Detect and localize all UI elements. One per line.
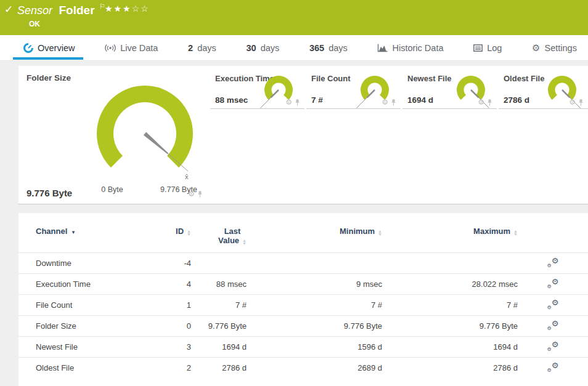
- tile-gear-icon[interactable]: ⚙: [569, 99, 576, 106]
- channel-maximum: 1694 d: [382, 337, 518, 358]
- sensor-title: Sensor Folder ⚐: [17, 2, 105, 17]
- tab-historic-data[interactable]: Historic Data: [377, 35, 443, 61]
- tile-gear-icon[interactable]: ⚙: [478, 99, 484, 106]
- channel-minimum: 2689 d: [247, 358, 382, 379]
- column-header-last-value[interactable]: LastValue▲▼: [191, 213, 247, 253]
- channel-settings-icon[interactable]: ⚙⚙: [547, 257, 559, 268]
- sort-icon: ▲▼: [242, 239, 247, 245]
- sort-desc-icon: ▾: [70, 229, 75, 235]
- channel-row: Folder Size 0 9.776 Byte 9.776 Byte 9.77…: [18, 316, 588, 337]
- tab-live-data-label: Live Data: [120, 43, 158, 53]
- area-chart-icon: [377, 44, 388, 52]
- gauge-needle: [144, 132, 169, 155]
- channel-settings-icon[interactable]: ⚙⚙: [547, 341, 559, 352]
- channel-row: Downtime -4 ⚙⚙: [18, 253, 588, 274]
- tab-2-days-label: days: [197, 43, 216, 53]
- tab-365-days[interactable]: 365 days: [309, 35, 348, 61]
- priority-stars[interactable]: ★★★☆☆: [105, 4, 150, 14]
- tile-pin-icon[interactable]: [295, 99, 300, 106]
- tab-30-days-label: days: [261, 43, 280, 53]
- channel-maximum: 2786 d: [382, 358, 518, 379]
- channel-name: Folder Size: [18, 316, 153, 337]
- channel-maximum: 9.776 Byte: [382, 316, 518, 337]
- prtg-sensor-page: ✓ Sensor Folder ⚐ ★★★☆☆ OK Overview Live…: [0, 0, 588, 386]
- gauge-value: 1694 d: [407, 95, 433, 105]
- gauge-title: Newest File: [407, 74, 452, 83]
- gauge-tile-file-count[interactable]: File Count 7 # ⚙: [306, 66, 401, 109]
- table-body: Downtime -4 ⚙⚙ Execution Time 4 88 msec …: [18, 253, 588, 379]
- tile-pin-icon[interactable]: [578, 99, 584, 106]
- channel-name: Downtime: [18, 253, 153, 274]
- tab-log-label: Log: [487, 43, 502, 53]
- channel-minimum: 7 #: [247, 295, 382, 316]
- column-header-minimum[interactable]: Minimum▲▼: [247, 213, 382, 253]
- channel-minimum: [247, 253, 382, 274]
- column-header-settings: [518, 213, 588, 253]
- channel-id: 3: [153, 337, 191, 358]
- stars-empty: ☆☆: [132, 4, 150, 14]
- gauges-panel: Folder Size x̄ 0 Byte 9.776 Byte 9.776 B…: [18, 66, 588, 204]
- stars-filled: ★★★: [105, 4, 132, 14]
- tile-pin-icon[interactable]: [487, 99, 492, 106]
- tab-log[interactable]: Log: [473, 35, 502, 61]
- column-header-channel[interactable]: Channel ▾: [18, 213, 153, 253]
- tab-30-days[interactable]: 30 days: [246, 35, 279, 61]
- tab-settings-label: Settings: [545, 43, 577, 53]
- gauge-tile-newest-file[interactable]: Newest File 1694 d ⚙: [402, 66, 497, 109]
- gauge-tile-oldest-file[interactable]: Oldest File 2786 d ⚙: [499, 66, 588, 109]
- channel-row: Oldest File 2 2786 d 2689 d 2786 d ⚙⚙: [18, 358, 588, 379]
- gauge-title: Oldest File: [504, 74, 544, 83]
- tile-pin-icon[interactable]: [391, 99, 396, 106]
- tab-2-days-number: 2: [188, 43, 193, 53]
- gauge-tile-execution-time[interactable]: Execution Time 88 msec ⚙: [210, 66, 304, 109]
- tab-30-days-number: 30: [246, 43, 256, 53]
- channel-settings-icon[interactable]: ⚙⚙: [547, 320, 559, 331]
- gauge-title: File Count: [311, 74, 351, 83]
- channels-table: Channel ▾ ID▲▼ LastValue▲▼ Minimum▲▼ Max…: [18, 213, 588, 378]
- sensor-type-label: Sensor: [17, 4, 52, 17]
- channel-name: Oldest File: [18, 358, 153, 379]
- tile-gear-icon[interactable]: ⚙: [188, 190, 195, 198]
- channel-row: Newest File 3 1694 d 1596 d 1694 d ⚙⚙: [18, 337, 588, 358]
- sort-icon: ▲▼: [378, 230, 382, 236]
- channel-settings-icon[interactable]: ⚙⚙: [547, 299, 559, 310]
- tab-2-days[interactable]: 2 days: [188, 35, 216, 61]
- channel-last-value: [191, 253, 247, 274]
- channel-maximum: 7 #: [382, 295, 518, 316]
- gauge-tile-folder-size[interactable]: Folder Size x̄ 0 Byte 9.776 Byte 9.776 B…: [18, 66, 207, 204]
- channel-settings-icon[interactable]: ⚙⚙: [547, 362, 559, 372]
- channel-last-value: 7 #: [191, 295, 247, 316]
- channel-minimum: 9 msec: [247, 274, 382, 295]
- gear-icon: ⚙: [532, 42, 540, 54]
- tab-365-days-number: 365: [309, 43, 324, 53]
- channel-last-value: 88 msec: [191, 274, 247, 295]
- average-marker: x̄: [185, 173, 189, 180]
- tile-gear-icon[interactable]: ⚙: [382, 99, 388, 106]
- channel-last-value: 1694 d: [191, 337, 247, 358]
- broadcast-icon: [105, 44, 116, 52]
- channel-settings-icon[interactable]: ⚙⚙: [547, 278, 559, 289]
- tab-overview[interactable]: Overview: [23, 35, 75, 61]
- channel-minimum: 1596 d: [247, 337, 382, 358]
- channel-minimum: 9.776 Byte: [247, 316, 382, 337]
- channel-row: File Count 1 7 # 7 # 7 # ⚙⚙: [18, 295, 588, 316]
- channel-id: 2: [153, 358, 191, 379]
- channel-id: -4: [153, 253, 191, 274]
- tile-gear-icon[interactable]: ⚙: [285, 99, 292, 106]
- channel-id: 0: [153, 316, 191, 337]
- channel-id: 1: [153, 295, 191, 316]
- folder-size-gauge: x̄: [83, 72, 206, 195]
- tab-365-days-label: days: [329, 43, 348, 53]
- column-header-id[interactable]: ID▲▼: [153, 213, 191, 253]
- column-header-maximum[interactable]: Maximum▲▼: [382, 213, 518, 253]
- log-list-icon: [473, 44, 483, 52]
- channel-name: Newest File: [18, 337, 153, 358]
- channel-row: Execution Time 4 88 msec 9 msec 28.022 m…: [18, 274, 588, 295]
- gauge-value: 7 #: [311, 95, 323, 105]
- gauge-value: 88 msec: [215, 95, 248, 105]
- gauge-value: 2786 d: [504, 95, 529, 105]
- tile-pin-icon[interactable]: [197, 191, 203, 198]
- gauge-title: Folder Size: [27, 73, 71, 82]
- tab-live-data[interactable]: Live Data: [105, 35, 158, 61]
- tab-settings[interactable]: ⚙ Settings: [532, 35, 577, 61]
